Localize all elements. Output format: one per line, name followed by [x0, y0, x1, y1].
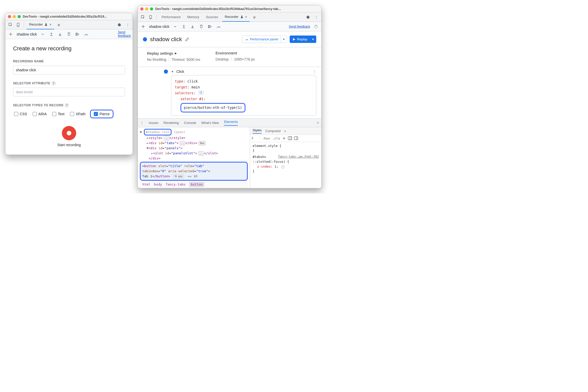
add-rule-icon[interactable] [282, 136, 286, 140]
chevron-down-icon[interactable]: ▾ [281, 36, 287, 43]
crumb-button[interactable]: button [189, 182, 204, 187]
tab-rendering[interactable]: Rendering [164, 121, 179, 125]
close-tab-icon[interactable]: × [49, 22, 51, 27]
trash-icon[interactable] [198, 24, 204, 29]
checkbox-css[interactable]: CSS [13, 111, 28, 117]
checkbox-aria[interactable]: ARIA [32, 111, 48, 117]
step-header[interactable]: ▼ Click ⋮ [171, 70, 316, 74]
flex-badge[interactable]: flex [198, 141, 206, 146]
device-icon[interactable] [148, 14, 154, 20]
export-icon[interactable] [49, 31, 54, 37]
breadcrumb[interactable]: html body fancy-tabs button [140, 181, 248, 188]
checkbox-xpath[interactable]: XPath [69, 111, 86, 117]
tab-performance[interactable]: Performance [159, 13, 183, 22]
highlight-shadow-root: #shadow-root [144, 129, 172, 135]
traffic-lights[interactable] [140, 7, 153, 10]
kebab-icon[interactable]: ⋮ [125, 22, 131, 28]
tab-issues[interactable]: Issues [149, 121, 159, 125]
tab-memory[interactable]: Memory [185, 13, 202, 22]
settings-icon[interactable] [305, 14, 311, 20]
slot-badge[interactable]: slot [173, 174, 184, 179]
dom-tree[interactable]: ▼ #shadow-root (open) ▸<style>…</style> … [138, 127, 250, 188]
minimize-icon[interactable] [13, 15, 16, 18]
kebab-icon[interactable]: ⋮ [313, 14, 319, 20]
info-icon[interactable]: i [281, 165, 285, 169]
more-tabs-icon[interactable] [251, 14, 257, 20]
play-step-icon[interactable] [75, 31, 80, 37]
titlebar[interactable]: DevTools - rawgit.com/ebidel/2d2bb0cdec3… [5, 13, 133, 20]
computed-panel-icon[interactable] [288, 136, 292, 140]
play-step-icon[interactable] [207, 24, 213, 29]
tab-elements[interactable]: Elements [224, 120, 238, 126]
traffic-lights[interactable] [8, 15, 21, 18]
help-icon[interactable]: ? [313, 24, 319, 29]
settings-icon[interactable] [116, 22, 122, 28]
selector-attribute-input[interactable] [13, 88, 125, 96]
speed-icon[interactable] [216, 24, 221, 29]
source-link[interactable]: fancy-tabs-…mo.html:302 [278, 155, 319, 159]
chevron-down-icon[interactable]: ▼ [171, 70, 174, 73]
close-icon[interactable] [8, 15, 11, 18]
styles-rules[interactable]: element.style { } fancy-tabs-…mo.html:30… [250, 142, 321, 176]
inspect-icon[interactable] [199, 91, 204, 95]
edit-icon[interactable] [185, 37, 189, 41]
recording-name[interactable]: shadow click [17, 32, 37, 36]
cls-toggle[interactable]: .cls [272, 136, 280, 140]
performance-panel-button[interactable]: Performance panel ▾ [242, 36, 287, 43]
replay-settings-header[interactable]: Replay settings ▸ [147, 51, 200, 55]
inspect-icon[interactable] [7, 22, 14, 28]
dropdown-icon[interactable] [40, 31, 46, 37]
add-icon[interactable] [8, 31, 14, 37]
send-feedback-link[interactable]: Send feedback [289, 25, 310, 28]
close-icon[interactable]: × [317, 121, 319, 125]
add-icon[interactable] [140, 24, 146, 29]
filter-input[interactable]: F [252, 136, 258, 140]
help-icon[interactable]: ? [65, 103, 69, 107]
sidebar-toggle-icon[interactable] [294, 136, 298, 140]
tab-whats-new[interactable]: What's New [201, 121, 219, 125]
tab-recorder[interactable]: Recorder × [27, 20, 54, 29]
crumb-body[interactable]: body [154, 182, 162, 187]
tab-computed[interactable]: Computed [265, 129, 280, 133]
hov-toggle[interactable]: :hov [262, 136, 270, 140]
svg-point-2 [18, 26, 18, 26]
minimize-icon[interactable] [145, 7, 148, 10]
inspect-icon[interactable] [140, 14, 146, 20]
timeout-value[interactable]: Timeout: 5000 ms [172, 57, 200, 62]
checkbox-pierce[interactable]: Pierce [93, 111, 111, 117]
import-icon[interactable] [57, 31, 63, 37]
tab-styles[interactable]: Styles [253, 128, 262, 134]
close-tab-icon[interactable]: × [245, 15, 247, 19]
more-tabs-icon[interactable]: » [284, 129, 286, 133]
svg-rect-11 [290, 137, 292, 140]
help-icon[interactable]: ? [52, 82, 55, 85]
more-tabs-icon[interactable] [56, 22, 62, 28]
device-icon[interactable] [15, 22, 21, 28]
record-button[interactable] [62, 126, 76, 140]
kebab-icon[interactable]: ⋮ [313, 70, 316, 74]
zoom-icon[interactable] [150, 7, 153, 10]
close-icon[interactable] [140, 7, 143, 10]
zoom-icon[interactable] [18, 15, 21, 18]
trash-icon[interactable] [66, 31, 72, 37]
throttling-value[interactable]: No throttling [147, 57, 166, 62]
titlebar[interactable]: DevTools - rawgit.com/ebidel/2d2bb0cdec3… [138, 5, 321, 13]
dropdown-icon[interactable] [172, 24, 178, 29]
speed-icon[interactable] [83, 31, 89, 37]
tab-recorder[interactable]: Recorder × [222, 13, 250, 22]
export-icon[interactable] [181, 24, 187, 29]
checkbox-text[interactable]: Text [51, 111, 65, 117]
kebab-icon[interactable]: ⋮ [140, 121, 144, 125]
import-icon[interactable] [190, 24, 195, 29]
crumb-fancy-tabs[interactable]: fancy-tabs [166, 182, 186, 187]
crumb-html[interactable]: html [142, 182, 150, 187]
recording-name[interactable]: shadow click [149, 25, 169, 29]
tab-sources[interactable]: Sources [203, 13, 221, 22]
step-details-card[interactable]: type: click target: main selectors: sele… [171, 75, 316, 116]
tab-console[interactable]: Console [184, 121, 196, 125]
send-feedback-link[interactable]: Send feedback [118, 31, 130, 38]
record-label: Start recording [57, 143, 81, 147]
chevron-down-icon[interactable]: ▾ [310, 36, 316, 43]
recording-name-input[interactable] [13, 66, 125, 74]
replay-button[interactable]: Replay ▾ [290, 36, 316, 43]
